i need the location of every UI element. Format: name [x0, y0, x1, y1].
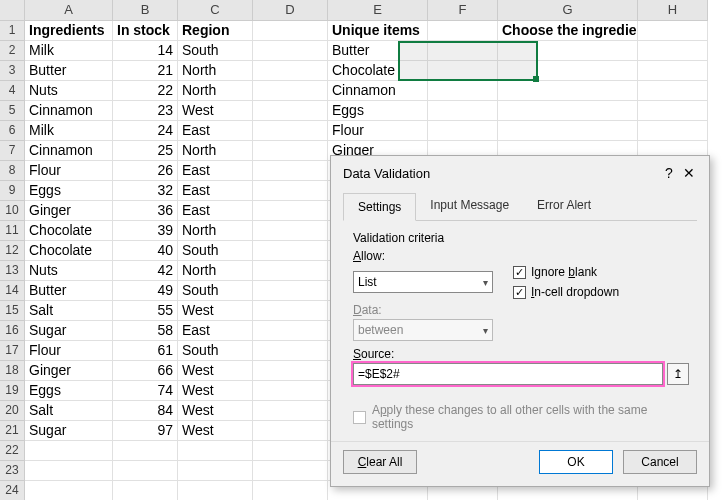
cell[interactable]: Nuts [25, 261, 113, 281]
cell[interactable] [253, 281, 328, 301]
cell[interactable]: 61 [113, 341, 178, 361]
cell[interactable]: South [178, 281, 253, 301]
cell[interactable] [253, 41, 328, 61]
cell[interactable]: West [178, 401, 253, 421]
column-header[interactable]: H [638, 0, 708, 21]
cell[interactable] [253, 321, 328, 341]
close-icon[interactable]: ✕ [679, 164, 699, 182]
cell[interactable] [253, 381, 328, 401]
cell[interactable]: Ingredients [25, 21, 113, 41]
column-header[interactable]: C [178, 0, 253, 21]
cell[interactable] [498, 101, 638, 121]
cell[interactable]: 21 [113, 61, 178, 81]
cell[interactable] [253, 21, 328, 41]
cell[interactable]: West [178, 301, 253, 321]
row-header[interactable]: 18 [0, 361, 25, 381]
row-header[interactable]: 13 [0, 261, 25, 281]
cell[interactable]: 23 [113, 101, 178, 121]
cell[interactable]: Nuts [25, 81, 113, 101]
cell[interactable] [638, 61, 708, 81]
row-header[interactable]: 5 [0, 101, 25, 121]
cell[interactable]: Unique items [328, 21, 428, 41]
cell[interactable] [428, 81, 498, 101]
cell[interactable] [253, 101, 328, 121]
column-header[interactable]: F [428, 0, 498, 21]
ok-button[interactable]: OK [539, 450, 613, 474]
cell[interactable]: 84 [113, 401, 178, 421]
cell[interactable]: East [178, 161, 253, 181]
row-header[interactable]: 16 [0, 321, 25, 341]
cell[interactable] [178, 461, 253, 481]
column-header[interactable]: A [25, 0, 113, 21]
cell[interactable] [253, 121, 328, 141]
row-header[interactable]: 1 [0, 21, 25, 41]
clear-all-button[interactable]: Clear All [343, 450, 417, 474]
cell[interactable]: Cinnamon [328, 81, 428, 101]
cell[interactable]: Salt [25, 301, 113, 321]
cell[interactable] [253, 221, 328, 241]
cell[interactable]: 66 [113, 361, 178, 381]
cell[interactable]: 97 [113, 421, 178, 441]
cell[interactable]: Butter [25, 281, 113, 301]
row-header[interactable]: 10 [0, 201, 25, 221]
cell[interactable]: Salt [25, 401, 113, 421]
cell[interactable]: 55 [113, 301, 178, 321]
cell[interactable] [428, 21, 498, 41]
row-header[interactable]: 2 [0, 41, 25, 61]
cell[interactable] [428, 41, 498, 61]
cell[interactable] [428, 121, 498, 141]
cell[interactable]: 25 [113, 141, 178, 161]
cell[interactable]: Chocolate [25, 241, 113, 261]
cell[interactable]: South [178, 41, 253, 61]
row-header[interactable]: 9 [0, 181, 25, 201]
cell[interactable]: East [178, 121, 253, 141]
cell[interactable] [25, 481, 113, 500]
cell[interactable] [113, 481, 178, 500]
cell[interactable]: Eggs [328, 101, 428, 121]
cell[interactable]: South [178, 241, 253, 261]
cell[interactable] [498, 61, 638, 81]
row-header[interactable]: 3 [0, 61, 25, 81]
cell[interactable]: East [178, 181, 253, 201]
row-header[interactable]: 7 [0, 141, 25, 161]
cell[interactable]: Chocolate [25, 221, 113, 241]
tab-error-alert[interactable]: Error Alert [523, 192, 605, 220]
row-header[interactable]: 11 [0, 221, 25, 241]
row-header[interactable]: 20 [0, 401, 25, 421]
cell[interactable]: South [178, 341, 253, 361]
cell[interactable]: 58 [113, 321, 178, 341]
cell[interactable] [498, 41, 638, 61]
cell[interactable]: Flour [328, 121, 428, 141]
cell[interactable] [638, 101, 708, 121]
row-header[interactable]: 8 [0, 161, 25, 181]
cell[interactable] [638, 121, 708, 141]
row-header[interactable]: 14 [0, 281, 25, 301]
cell[interactable] [638, 21, 708, 41]
cell[interactable]: East [178, 321, 253, 341]
cell[interactable]: West [178, 101, 253, 121]
cell[interactable] [253, 481, 328, 500]
column-header[interactable]: E [328, 0, 428, 21]
cell[interactable] [25, 441, 113, 461]
cell[interactable]: 74 [113, 381, 178, 401]
column-header[interactable]: G [498, 0, 638, 21]
help-icon[interactable]: ? [659, 164, 679, 182]
cell[interactable]: 26 [113, 161, 178, 181]
cell[interactable] [253, 241, 328, 261]
incell-dropdown-checkbox[interactable]: ✓ In-cell dropdown [513, 285, 619, 299]
cell[interactable]: North [178, 221, 253, 241]
allow-combobox[interactable]: List ▾ [353, 271, 493, 293]
cell[interactable] [25, 461, 113, 481]
cell[interactable]: North [178, 141, 253, 161]
cell[interactable]: Flour [25, 341, 113, 361]
cell[interactable] [498, 81, 638, 101]
cell[interactable]: In stock [113, 21, 178, 41]
cell[interactable] [113, 461, 178, 481]
cell[interactable]: Flour [25, 161, 113, 181]
cell[interactable] [253, 461, 328, 481]
cell[interactable]: Ginger [25, 361, 113, 381]
cell[interactable] [428, 61, 498, 81]
cell[interactable]: Butter [328, 41, 428, 61]
cell[interactable]: 39 [113, 221, 178, 241]
cell[interactable] [253, 341, 328, 361]
